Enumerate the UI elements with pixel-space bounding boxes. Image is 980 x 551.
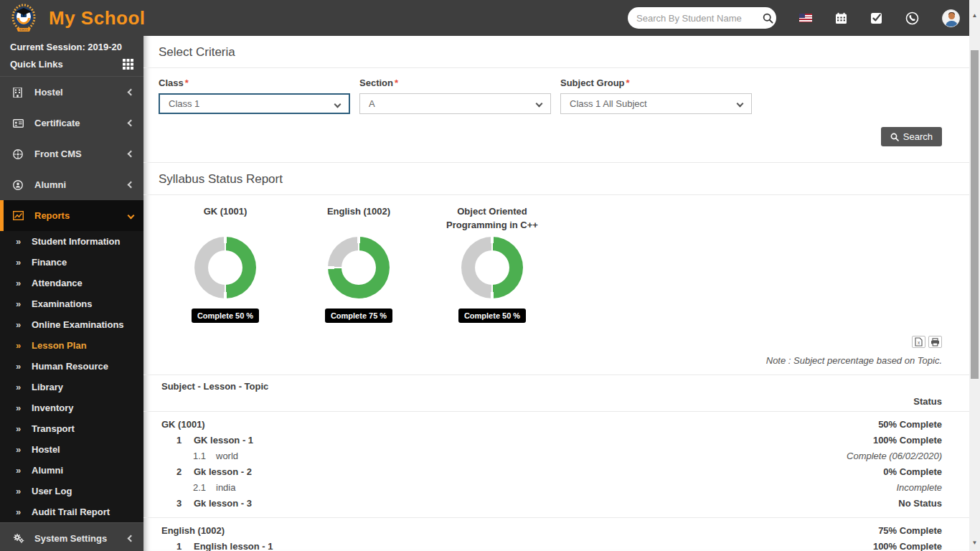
- svg-text:x: x: [918, 340, 920, 345]
- gears-icon: [13, 533, 24, 543]
- scroll-down-arrow[interactable]: ▼: [969, 537, 980, 548]
- report-note: Note : Subject percentage based on Topic…: [159, 351, 942, 375]
- double-chevron-icon: »: [16, 361, 32, 372]
- sidebar-item-certificate[interactable]: Certificate: [0, 108, 143, 138]
- subject-group-select[interactable]: Class 1 All Subject: [560, 93, 752, 114]
- complete-badge: Complete 75 %: [325, 309, 392, 323]
- chevron-down-icon: [128, 212, 135, 220]
- double-chevron-icon: »: [16, 402, 32, 413]
- scrollbar-thumb[interactable]: [971, 50, 979, 379]
- current-session-label: Current Session: 2019-20: [0, 36, 143, 54]
- sidebar-item-system-settings[interactable]: System Settings: [0, 522, 143, 551]
- required-mark: *: [185, 77, 189, 88]
- required-mark: *: [395, 77, 398, 88]
- donut-gk[interactable]: [194, 237, 256, 298]
- brand-area: SCHOOL My School: [0, 2, 215, 34]
- submenu-item-inventory[interactable]: »Inventory: [0, 397, 143, 418]
- topic-row: 1.1world Complete (06/02/2020): [159, 448, 942, 463]
- status-value: 0% Complete: [883, 466, 942, 477]
- double-chevron-icon: »: [16, 382, 32, 392]
- double-chevron-icon: »: [16, 298, 32, 309]
- table-header: Subject - Lesson - Topic Status: [159, 375, 942, 411]
- school-logo-icon: SCHOOL: [9, 2, 39, 34]
- submenu-item-examinations[interactable]: »Examinations: [0, 293, 143, 314]
- sidebar-item-hostel[interactable]: Hostel: [0, 77, 143, 108]
- sidebar-item-front-cms[interactable]: Front CMS: [0, 138, 143, 169]
- status-value: 100% Complete: [873, 541, 942, 551]
- app-title: My School: [49, 7, 146, 29]
- donut-english[interactable]: [328, 237, 390, 298]
- double-chevron-icon: »: [16, 444, 32, 455]
- status-value: Complete (06/02/2020): [847, 451, 942, 461]
- chevron-down-icon: [737, 100, 744, 108]
- search-button[interactable]: Search: [881, 127, 942, 146]
- export-excel-button[interactable]: x: [912, 336, 925, 348]
- select-criteria-title: Select Criteria: [159, 36, 942, 67]
- donut-charts: GK (1001) Complete 50 % English (1002) C…: [159, 195, 942, 326]
- report-title: Syllabus Status Report: [159, 163, 942, 194]
- status-value: No Status: [898, 498, 942, 509]
- submenu-item-alumni[interactable]: »Alumni: [0, 460, 143, 481]
- submenu-item-transport[interactable]: »Transport: [0, 418, 143, 439]
- graduate-icon: [13, 180, 24, 190]
- double-chevron-icon: »: [16, 486, 32, 496]
- calendar-icon[interactable]: [835, 12, 847, 24]
- chevron-left-icon: [128, 534, 135, 542]
- subject-row: GK (1001) 50% Complete: [159, 412, 942, 432]
- sidebar-item-reports[interactable]: Reports: [0, 200, 143, 231]
- double-chevron-icon: »: [16, 278, 32, 288]
- double-chevron-icon: »: [16, 423, 32, 434]
- donut-chart-gk: GK (1001) Complete 50 %: [159, 205, 292, 323]
- student-search[interactable]: [628, 7, 776, 29]
- lesson-row: 1English lesson - 1 100% Complete: [159, 538, 942, 551]
- grid-icon[interactable]: [123, 59, 133, 70]
- user-avatar[interactable]: [942, 9, 960, 27]
- language-flag-icon[interactable]: [799, 14, 812, 22]
- chevron-down-icon: [536, 100, 543, 108]
- submenu-item-library[interactable]: »Library: [0, 377, 143, 397]
- subject-row: English (1002) 75% Complete: [159, 518, 942, 538]
- submenu-item-attendance[interactable]: »Attendance: [0, 273, 143, 293]
- svg-text:SCHOOL: SCHOOL: [19, 29, 29, 32]
- whatsapp-icon[interactable]: [905, 11, 919, 25]
- section-select[interactable]: A: [359, 93, 551, 114]
- donut-chart-english: English (1002) Complete 75 %: [292, 205, 425, 323]
- quick-links-label: Quick Links: [10, 59, 63, 70]
- building-icon: [13, 88, 24, 98]
- submenu-item-hostel[interactable]: »Hostel: [0, 439, 143, 460]
- double-chevron-icon: »: [16, 340, 32, 351]
- class-label: Class: [159, 77, 184, 88]
- donut-oop[interactable]: [461, 237, 523, 298]
- print-button[interactable]: [928, 336, 942, 348]
- search-icon: [890, 133, 899, 141]
- search-icon[interactable]: [763, 13, 773, 24]
- status-value: Incomplete: [896, 482, 942, 493]
- app-root: SCHOOL My School: [0, 0, 980, 551]
- scroll-up-arrow[interactable]: ▲: [969, 10, 980, 21]
- submenu-item-human-resource[interactable]: »Human Resource: [0, 356, 143, 377]
- task-check-icon[interactable]: [870, 12, 882, 24]
- sidebar-item-label: System Settings: [34, 533, 128, 544]
- submenu-item-user-log[interactable]: »User Log: [0, 481, 143, 501]
- lesson-row: 3Gk lesson - 3 No Status: [159, 495, 942, 511]
- double-chevron-icon: »: [16, 236, 32, 247]
- submenu-item-online-examinations[interactable]: »Online Examinations: [0, 314, 143, 335]
- submenu-item-student-information[interactable]: »Student Information: [0, 231, 143, 252]
- subject-group-field: Subject Group* Class 1 All Subject: [560, 77, 752, 114]
- quick-links[interactable]: Quick Links: [0, 54, 143, 77]
- donut-chart-oop: Object Oriented Programming in C++ Compl…: [425, 205, 559, 323]
- header-actions: [628, 0, 960, 36]
- chart-title: English (1002): [301, 205, 416, 234]
- chevron-left-icon: [128, 89, 135, 96]
- main-content: Select Criteria Class* Class 1 Section* …: [143, 36, 969, 551]
- search-input[interactable]: [636, 13, 763, 24]
- sidebar-item-label: Front CMS: [34, 149, 128, 159]
- status-value: 50% Complete: [878, 415, 942, 430]
- sidebar-item-alumni[interactable]: Alumni: [0, 169, 143, 200]
- submenu-item-audit-trail-report[interactable]: »Audit Trail Report: [0, 501, 143, 522]
- sidebar-item-label: Certificate: [34, 118, 128, 128]
- class-select[interactable]: Class 1: [159, 93, 350, 114]
- submenu-item-finance[interactable]: »Finance: [0, 252, 143, 273]
- submenu-item-lesson-plan[interactable]: »Lesson Plan: [0, 335, 143, 356]
- export-toolbar: x: [159, 326, 942, 351]
